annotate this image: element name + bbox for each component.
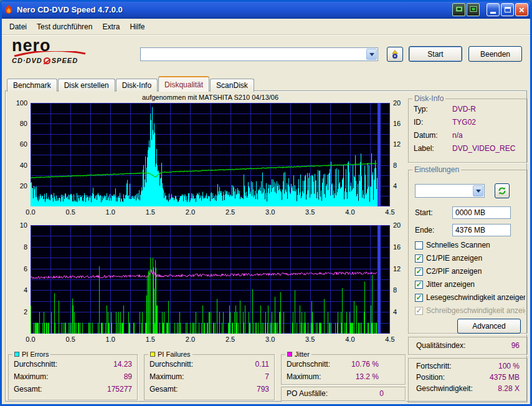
tab-disk-erstellen[interactable]: Disk erstellen xyxy=(58,79,115,92)
axis-tick-label: 8 xyxy=(393,286,397,294)
toolbar: nero CD·DVD SPEED [3:0] BENQ DVD LS DW16… xyxy=(2,36,530,74)
stat-row: Maximum:89 xyxy=(9,370,137,383)
pif-x-axis: 0.00.51.01.52.02.53.03.54.04.5 xyxy=(31,336,390,344)
axis-tick-label: 4 xyxy=(393,308,397,316)
axis-tick-label: 4 xyxy=(393,182,397,190)
minimize-button[interactable] xyxy=(487,3,500,16)
jitter-swatch-icon xyxy=(287,352,292,357)
disc-icon xyxy=(44,57,50,64)
axis-tick-label: 20 xyxy=(393,221,401,229)
checkbox-jitter[interactable]: ✓Jitter anzeigen xyxy=(415,279,525,289)
stat-row: Maximum:13.2 % xyxy=(282,370,405,383)
axis-tick-label: 0.5 xyxy=(65,208,75,216)
pi-failures-panel: PI Failures Durchschnitt:0.11 Maximum:7 … xyxy=(144,350,275,400)
drive-select[interactable]: [3:0] BENQ DVD LS DW1655 BCGB xyxy=(140,47,378,61)
quality-index-row: Qualitätsindex:96 xyxy=(409,337,527,354)
titlebar[interactable]: Nero CD-DVD Speed 4.7.0.0 × xyxy=(0,0,532,19)
app-window: Nero CD-DVD Speed 4.7.0.0 × Datei Test d… xyxy=(0,0,532,406)
tab-benchmark[interactable]: Benchmark xyxy=(7,79,57,92)
axis-tick-label: 4 xyxy=(24,286,27,294)
axis-tick-label: 6 xyxy=(24,265,27,273)
menu-datei[interactable]: Datei xyxy=(4,20,32,34)
pi-errors-panel: PI Errors Durchschnitt:14.23 Maximum:89 … xyxy=(8,350,138,400)
titlebar-tool-button-2[interactable] xyxy=(467,3,480,16)
panel-title: PI Failures xyxy=(158,350,191,358)
end-position-row: Ende: xyxy=(415,224,521,236)
screen-icon xyxy=(455,6,463,13)
menu-test-durchfuehren[interactable]: Test durchführen xyxy=(32,20,97,34)
chevron-down-icon[interactable] xyxy=(473,185,483,196)
start-button[interactable]: Start xyxy=(409,46,462,62)
pi-errors-swatch-icon xyxy=(14,352,19,357)
nero-flame-icon xyxy=(4,4,14,14)
checkbox-schnelles-scannen[interactable]: Schnelles Scannen xyxy=(415,240,525,250)
stat-row: Durchschnitt:0.11 xyxy=(145,358,274,370)
disk-info-row: ID:TYG02 xyxy=(409,116,527,129)
tab-disk-info[interactable]: Disk-Info xyxy=(116,79,158,92)
start-position-row: Start: xyxy=(415,206,521,219)
refresh-button[interactable] xyxy=(495,183,510,198)
axis-tick-label: 16 xyxy=(393,120,401,127)
axis-tick-label: 4.5 xyxy=(385,336,394,343)
quality-index-box: Qualitätsindex:96 xyxy=(408,337,528,355)
close-icon: × xyxy=(519,5,525,14)
nero-logo: nero CD·DVD SPEED xyxy=(12,38,112,64)
menubar: Datei Test durchführen Extra Hilfe xyxy=(2,19,530,34)
chevron-down-icon[interactable] xyxy=(366,49,377,60)
checkbox-box: ✓ xyxy=(415,254,423,263)
eject-icon xyxy=(390,49,400,59)
axis-tick-label: 1.0 xyxy=(106,208,115,216)
checkbox-box: ✓ xyxy=(415,281,423,289)
axis-tick-label: 60 xyxy=(20,140,27,148)
axis-tick-label: 1.0 xyxy=(106,336,115,343)
scan-speed-select[interactable]: 8 X xyxy=(415,184,485,198)
axis-tick-label: 2.5 xyxy=(226,208,235,216)
cdd-speed-logo-text: CD·DVD SPEED xyxy=(12,57,112,64)
speed-row: Geschwindigkeit:8.28 X xyxy=(409,383,527,394)
checkbox-c1-pie[interactable]: ✓C1/PIE anzeigen xyxy=(415,253,525,263)
tab-diskqualitaet[interactable]: Diskqualität xyxy=(158,76,209,92)
axis-tick-label: 20 xyxy=(393,99,401,107)
axis-tick-label: 12 xyxy=(393,265,401,273)
titlebar-tool-button-1[interactable] xyxy=(452,3,465,16)
tab-bar: Benchmark Disk erstellen Disk-Info Diskq… xyxy=(7,75,255,92)
menu-hilfe[interactable]: Hilfe xyxy=(125,20,150,34)
checkbox-box xyxy=(415,241,423,249)
axis-tick-label: 4.5 xyxy=(385,208,394,216)
checkbox-box: ✓ xyxy=(415,307,423,315)
pi-errors-left-axis: 10080604020 xyxy=(6,103,29,206)
axis-tick-label: 12 xyxy=(393,140,401,148)
axis-tick-label: 3.0 xyxy=(265,336,275,343)
pi-errors-right-axis: 20161284 xyxy=(391,103,407,206)
start-position-input[interactable] xyxy=(452,206,511,219)
checkbox-lesegeschwindigkeit[interactable]: ✓Lesegeschwindigkeit anzeigen xyxy=(415,292,525,302)
eject-button[interactable] xyxy=(387,47,403,62)
progress-box: Fortschritt:100 % Position:4375 MB Gesch… xyxy=(408,358,528,403)
axis-tick-label: 3.0 xyxy=(265,208,275,216)
po-failures-box: PO Ausfälle:0 xyxy=(281,387,406,401)
axis-tick-label: 100 xyxy=(16,99,27,107)
axis-tick-label: 40 xyxy=(20,162,27,169)
disk-info-row: Label:DVD_VIDEO_REC xyxy=(409,142,527,155)
stat-row: Gesamt:175277 xyxy=(9,383,137,395)
axis-tick-label: 2.0 xyxy=(186,336,195,343)
axis-tick-label: 1.5 xyxy=(146,336,155,343)
checkbox-c2-pif[interactable]: ✓C2/PIF anzeigen xyxy=(415,266,525,276)
tab-scandisk[interactable]: ScanDisk xyxy=(210,79,254,92)
jitter-panel: Jitter Durchschnitt:10.76 % Maximum:13.2… xyxy=(281,350,406,385)
checkbox-box: ✓ xyxy=(415,294,423,302)
axis-tick-label: 2 xyxy=(24,308,27,316)
menu-extra[interactable]: Extra xyxy=(97,20,125,34)
close-button[interactable]: × xyxy=(515,3,528,16)
advanced-button[interactable]: Advanced xyxy=(457,319,521,334)
axis-tick-label: 4.0 xyxy=(345,336,354,343)
maximize-button[interactable] xyxy=(501,3,514,16)
checkbox-schreibgeschwindigkeit: ✓Schreibgeschwindigkeit anzeigen xyxy=(415,306,525,316)
settings-group: Einstellungen 8 X Start: xyxy=(408,165,528,334)
stat-row: PO Ausfälle:0 xyxy=(282,387,405,400)
end-position-input[interactable] xyxy=(452,224,511,236)
axis-tick-label: 10 xyxy=(20,221,27,229)
quit-button[interactable]: Beenden xyxy=(468,46,522,62)
axis-tick-label: 0.0 xyxy=(26,336,35,343)
axis-tick-label: 8 xyxy=(24,243,27,251)
